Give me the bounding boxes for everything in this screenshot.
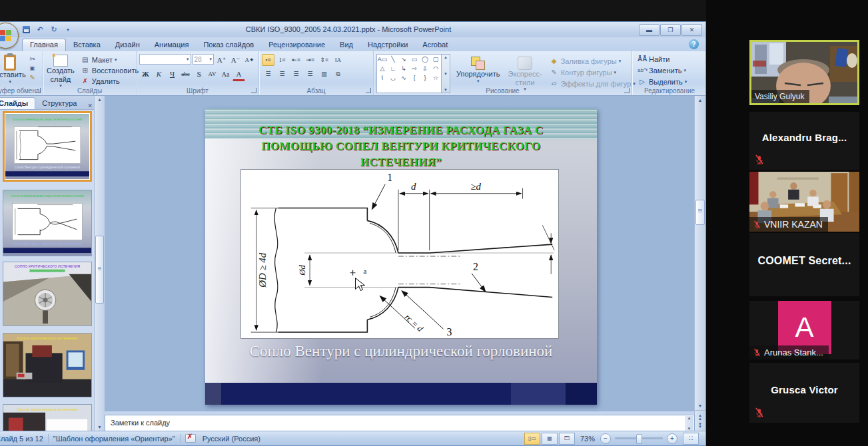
columns-button[interactable]: ▥ — [318, 68, 330, 80]
notes-pane[interactable]: Заметки к слайду ▲▼ — [105, 415, 695, 432]
slideshow-button[interactable]: 🗔 — [559, 433, 575, 445]
zoom-level[interactable]: 73% — [580, 435, 595, 443]
justify-button[interactable]: ☰ — [304, 68, 316, 80]
tab-outline[interactable]: Структура — [35, 98, 83, 109]
shrink-font-button[interactable]: A⁻ — [229, 54, 242, 66]
slide-thumbnail-8[interactable]: Сопло критического истечения — [3, 333, 92, 397]
line-spacing-button[interactable]: ⇕≡ — [318, 54, 330, 66]
copy-icon[interactable]: ▣ — [28, 65, 37, 73]
increase-indent-button[interactable]: ⇥≡ — [304, 54, 316, 66]
paragraph-dialog-launcher[interactable] — [366, 88, 371, 93]
delete-slide-button[interactable]: ✗Удалить — [79, 76, 140, 86]
font-name-combo[interactable]: ▾ — [139, 54, 191, 65]
help-icon[interactable]: ? — [689, 39, 699, 49]
participant-name: Vasiliy Gulyuk — [755, 92, 804, 101]
spellcheck-icon[interactable]: ✗ — [185, 434, 196, 443]
tab-design[interactable]: Дизайн — [108, 39, 147, 51]
font-dialog-launcher[interactable] — [251, 88, 256, 93]
tab-animation[interactable]: Анимация — [147, 39, 197, 51]
font-size-combo[interactable]: 28▾ — [193, 54, 214, 65]
shadow-button[interactable]: S — [193, 68, 205, 80]
clipboard-dialog-launcher[interactable] — [35, 88, 41, 93]
slide-thumbnail-9[interactable]: Сопло критического истечения — [3, 404, 92, 431]
zoom-slider-knob[interactable] — [636, 434, 642, 444]
strikethrough-button[interactable]: abc — [179, 68, 192, 80]
minimize-button[interactable]: ▬ — [639, 24, 659, 36]
participant-tile-grusca[interactable]: Grusca Victor — [749, 363, 859, 423]
reset-button[interactable]: ⊞Восстановить — [79, 65, 140, 75]
align-center-button[interactable]: ☰ — [276, 68, 288, 80]
ribbon: Вставить▾ ✂ ▣ ✎ Буфер обмена ★ Создать с — [0, 51, 705, 96]
clear-format-button[interactable]: A✦ — [243, 54, 256, 66]
grow-font-button[interactable]: A⁺ — [215, 54, 228, 66]
notes-scrollbar[interactable]: ▲▼ — [685, 416, 693, 431]
venturi-nozzle-diagram[interactable]: 1 2 3 d ≥d ØD ≥ 4d Ød a rc = d — [240, 169, 559, 339]
zoom-slider[interactable] — [615, 437, 663, 439]
slide-caption[interactable]: Сопло Вентури с цилиндрической горловино… — [205, 343, 597, 360]
smartart-button[interactable]: ⧉ — [332, 68, 344, 80]
tab-slideshow[interactable]: Показ слайдов — [196, 39, 261, 51]
find-button[interactable]: ĀĀНайти — [636, 54, 703, 64]
previous-slide-button[interactable]: ▲▲ — [698, 414, 702, 421]
participant-tile-alexandru[interactable]: Alexandru Brag... — [749, 112, 859, 170]
slides-panel-scrollbar[interactable]: ▲ ▼ — [94, 96, 105, 431]
slide-thumbnail-5[interactable]: СТБ ISO 9300-2018 “ИЗМЕРЕНИЕ РАСХОДА ГАЗ… — [3, 111, 92, 182]
paste-button[interactable]: Вставить▾ — [0, 53, 28, 86]
slide-thumbnail-6[interactable]: СТБ ISO 9300-2018 “ИЗМЕРЕНИЕ РАСХОДА ГАЗ… — [3, 190, 92, 256]
zoom-out-button[interactable]: − — [600, 433, 611, 444]
slide-canvas[interactable]: СТБ ISO 9300-2018 “ИЗМЕРЕНИЕ РАСХОДА ГАЗ… — [205, 109, 597, 405]
underline-button[interactable]: Ч — [166, 68, 179, 80]
tab-slides-thumbnails[interactable]: Слайды — [0, 97, 35, 109]
fit-to-window-button[interactable]: ⛶ — [683, 433, 699, 445]
new-slide-button[interactable]: ★ Создать слайд▾ — [45, 53, 77, 90]
participant-tile-coomet[interactable]: COOMET Secret... — [749, 233, 859, 296]
italic-button[interactable]: К — [153, 68, 165, 80]
text-direction-button[interactable]: ‖A — [332, 54, 344, 66]
tab-insert[interactable]: Вставка — [66, 39, 108, 51]
decrease-indent-button[interactable]: ⇤≡ — [290, 54, 302, 66]
tab-review[interactable]: Рецензирование — [261, 39, 332, 51]
undo-icon[interactable]: ↶ — [35, 25, 45, 35]
tab-acrobat[interactable]: Acrobat — [415, 39, 455, 51]
save-icon[interactable] — [21, 25, 31, 35]
qat-more-icon[interactable]: ▾ — [63, 25, 73, 35]
diagram-label-rc: rc = d — [403, 312, 425, 334]
format-painter-icon[interactable]: ✎ — [28, 74, 37, 82]
cut-icon[interactable]: ✂ — [28, 55, 37, 63]
participant-name: Grusca Victor — [749, 383, 859, 395]
slide-thumbnail-7[interactable]: СОПЛО КРИТИЧЕСКОГО ИСТЕЧЕНИЯ — [3, 262, 92, 326]
notes-placeholder: Заметки к слайду — [105, 415, 694, 427]
zoom-in-button[interactable]: + — [667, 433, 677, 444]
normal-view-button[interactable]: ▯▭ — [524, 433, 540, 445]
participant-tile-vasiliy[interactable]: Vasiliy Gulyuk — [749, 40, 859, 105]
shape-outline-button[interactable]: ✎Контур фигуры▾ — [548, 67, 637, 77]
redo-icon[interactable]: ↻ — [49, 25, 59, 35]
align-right-button[interactable]: ☰ — [290, 68, 302, 80]
main-scrollbar[interactable]: ▲ ▼ ▲▲ ▼▼ — [694, 96, 705, 432]
align-left-button[interactable]: ☰ — [262, 68, 274, 80]
tab-addins[interactable]: Надстройки — [360, 39, 415, 51]
font-color-button[interactable]: А — [232, 68, 245, 81]
layout-button[interactable]: ▤Макет▾ — [79, 55, 140, 65]
select-button[interactable]: ▷Выделить▾ — [636, 77, 703, 87]
slide-title[interactable]: СТБ ISO 9300-2018 “ИЗМЕРЕНИЕ РАСХОДА ГАЗ… — [232, 122, 570, 170]
replace-button[interactable]: ab↷Заменить▾ — [636, 65, 703, 75]
next-slide-button[interactable]: ▼▼ — [698, 423, 702, 429]
participant-tile-arunas[interactable]: A Arunas Stank... — [749, 301, 859, 359]
change-case-button[interactable]: Aa — [219, 68, 232, 80]
bullets-button[interactable]: •≡ — [262, 54, 274, 66]
panel-close-icon[interactable]: ✕ — [87, 103, 93, 109]
char-spacing-button[interactable]: AV — [206, 68, 218, 80]
shape-fill-button[interactable]: ◆Заливка фигуры▾ — [548, 56, 637, 66]
language-indicator[interactable]: Русский (Россия) — [203, 435, 260, 443]
participant-tile-vniir[interactable]: VNIIR KAZAN — [749, 172, 859, 232]
drawing-dialog-launcher[interactable] — [624, 88, 630, 93]
numbering-button[interactable]: 1≡ — [276, 54, 288, 66]
restore-button[interactable]: ❐ — [660, 24, 681, 36]
title-bar[interactable]: СВКИ ISO_9300_2005 24.03.2021.pptx - Mic… — [0, 22, 705, 37]
slide-sorter-button[interactable]: ▦ — [542, 433, 558, 445]
bold-button[interactable]: Ж — [139, 68, 152, 80]
tab-view[interactable]: Вид — [332, 39, 360, 51]
close-button[interactable]: ✕ — [681, 24, 702, 36]
tab-home[interactable]: Главная — [22, 39, 66, 51]
